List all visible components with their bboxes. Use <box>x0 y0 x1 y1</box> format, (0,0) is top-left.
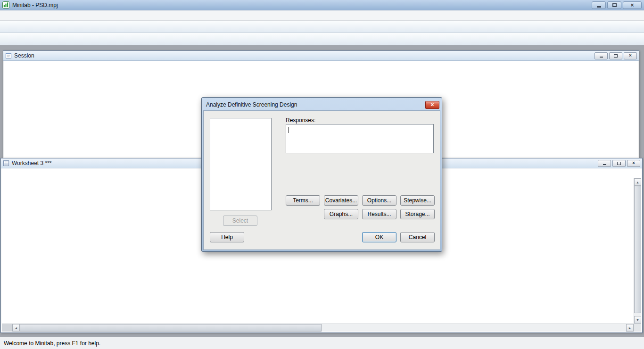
ok-button[interactable]: OK <box>362 232 396 242</box>
scrollbar-corner <box>634 324 641 332</box>
window-maximize-button[interactable] <box>607 1 621 9</box>
session-window-icon <box>5 52 12 59</box>
maximize-icon <box>612 3 617 7</box>
vertical-scrollbar[interactable]: ▲ ▼ <box>634 178 641 324</box>
variables-listbox[interactable] <box>210 118 272 210</box>
horizontal-scroll-thumb[interactable] <box>20 324 322 332</box>
worksheet-split-box[interactable] <box>2 324 12 332</box>
minitab-logo-icon <box>2 1 9 8</box>
responses-input[interactable] <box>286 124 434 153</box>
terms-button[interactable]: Terms... <box>286 195 320 206</box>
menu-bar <box>0 10 644 21</box>
worksheet-title: Worksheet 3 *** <box>12 160 52 166</box>
window-title: Minitab - PSD.mpj <box>12 2 58 8</box>
vertical-scroll-thumb[interactable] <box>634 186 641 313</box>
scroll-down-button[interactable]: ▼ <box>634 316 641 324</box>
close-icon: × <box>430 102 434 108</box>
worksheet-minimize-button[interactable] <box>598 160 611 167</box>
cancel-button[interactable]: Cancel <box>400 232 435 242</box>
dialog-close-button[interactable]: × <box>425 101 439 109</box>
responses-label: Responses: <box>286 117 315 124</box>
analyze-dsd-dialog: Analyze Definitive Screening Design × Se… <box>201 97 442 252</box>
results-button[interactable]: Results... <box>362 209 396 219</box>
window-caption-buttons: × <box>592 1 642 9</box>
text-caret <box>289 127 289 133</box>
scroll-up-button[interactable]: ▲ <box>634 178 641 186</box>
session-title: Session <box>14 52 34 59</box>
stepwise-button[interactable]: Stepwise... <box>400 195 435 206</box>
help-button[interactable]: Help <box>210 232 244 242</box>
workspace: Session × Worksheet 3 *** × ▲ <box>0 46 644 337</box>
maximize-icon <box>617 162 621 165</box>
covariates-button[interactable]: Covariates... <box>324 195 358 206</box>
window-titlebar[interactable]: Minitab - PSD.mpj × <box>0 0 644 10</box>
graphs-button[interactable]: Graphs... <box>324 209 358 219</box>
session-close-button[interactable]: × <box>624 52 637 59</box>
close-icon: × <box>630 2 634 8</box>
session-caption-buttons: × <box>594 52 637 59</box>
close-icon: × <box>632 161 635 166</box>
session-minimize-button[interactable] <box>594 52 608 59</box>
status-text: Welcome to Minitab, press F1 for help. <box>4 340 100 347</box>
scroll-right-button[interactable]: ► <box>626 324 634 332</box>
standard-toolbar <box>0 21 644 33</box>
worksheet-window-icon <box>3 160 9 166</box>
minimize-icon <box>597 6 601 8</box>
worksheet-caption-buttons: × <box>598 160 640 167</box>
scroll-left-button[interactable]: ◄ <box>12 324 20 332</box>
minimize-icon <box>600 57 603 58</box>
session-titlebar[interactable]: Session × <box>3 51 639 61</box>
close-icon: × <box>629 53 632 58</box>
horizontal-scrollbar[interactable]: ◄ ► <box>2 324 634 332</box>
window-minimize-button[interactable] <box>592 1 606 9</box>
dialog-body: Select Responses: Terms... Covariates...… <box>203 110 440 250</box>
window-close-button[interactable]: × <box>623 1 642 9</box>
dialog-title: Analyze Definitive Screening Design <box>206 101 297 108</box>
minimize-icon <box>603 164 606 165</box>
session-maximize-button[interactable] <box>609 52 622 59</box>
dialog-titlebar[interactable]: Analyze Definitive Screening Design × <box>203 99 440 110</box>
horizontal-scroll-track[interactable] <box>322 324 626 332</box>
worksheet-maximize-button[interactable] <box>612 160 626 167</box>
maximize-icon <box>614 54 618 58</box>
options-button[interactable]: Options... <box>362 195 396 206</box>
worksheet-close-button[interactable]: × <box>627 160 640 167</box>
status-bar: Welcome to Minitab, press F1 for help. <box>0 337 644 349</box>
select-button[interactable]: Select <box>223 216 257 226</box>
minitab-application: { "titlebar": { "title": "Minitab - PSD.… <box>0 0 644 349</box>
storage-button[interactable]: Storage... <box>400 209 435 219</box>
graph-editing-toolbar <box>0 33 644 45</box>
